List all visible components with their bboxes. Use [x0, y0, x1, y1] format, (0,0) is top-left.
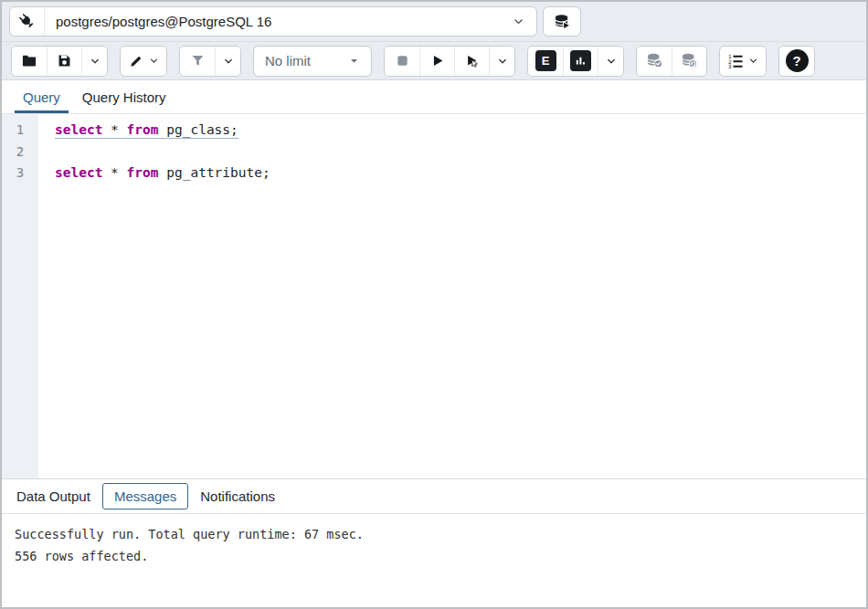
play-icon [429, 52, 446, 69]
line-number: 3 [2, 163, 38, 184]
filter-icon [189, 52, 206, 69]
tab-messages[interactable]: Messages [102, 483, 188, 509]
code-line[interactable]: select * from pg_class; [55, 120, 866, 142]
folder-icon [20, 52, 38, 70]
message-line: 556 rows affected. [15, 545, 853, 567]
svg-text:3: 3 [728, 64, 732, 69]
commit-icon [645, 51, 664, 70]
commit-button[interactable] [637, 47, 672, 76]
explain-analyze-button[interactable] [563, 47, 598, 76]
rollback-button[interactable] [672, 47, 706, 76]
rollback-icon [680, 51, 699, 70]
output-tabbar: Data Output Messages Notifications [2, 479, 866, 514]
tab-query-history[interactable]: Query History [74, 80, 175, 113]
chevron-down-icon [222, 55, 235, 68]
explain-analyze-icon [570, 50, 591, 71]
stop-button[interactable] [385, 47, 419, 76]
line-number-gutter: 123 [2, 114, 38, 478]
save-icon [56, 52, 73, 69]
message-line: Successfully run. Total query runtime: 6… [15, 523, 853, 545]
code-line[interactable]: select * from pg_attribute; [55, 163, 866, 184]
chevron-down-icon [512, 15, 525, 28]
sql-editor[interactable]: 123 select * from pg_class; select * fro… [2, 114, 866, 479]
execute-button[interactable] [419, 47, 454, 76]
macros-button-group: 1 2 3 [719, 46, 767, 77]
play-cursor-icon [463, 52, 481, 69]
macros-dropdown-button[interactable]: 1 2 3 [720, 47, 766, 76]
filter-button[interactable] [180, 47, 215, 76]
database-new-connection-icon [553, 12, 572, 31]
explain-button-group: E [527, 46, 624, 77]
line-number: 1 [2, 120, 38, 142]
code-area[interactable]: select * from pg_class; select * from pg… [38, 114, 866, 478]
file-button-group [11, 46, 108, 77]
chevron-down-icon [605, 55, 618, 68]
help-button[interactable]: ? [779, 47, 814, 76]
stop-icon [394, 52, 411, 69]
row-limit-value: No limit [265, 53, 348, 68]
query-tool-window: postgres/postgres@PostgreSQL 16 [0, 0, 868, 609]
execute-button-group [384, 46, 515, 77]
explain-icon: E [535, 50, 556, 71]
line-number: 2 [2, 142, 38, 163]
edit-button-group [120, 46, 167, 77]
chevron-down-icon [148, 55, 160, 67]
dropdown-arrow-icon [348, 55, 360, 67]
tab-query[interactable]: Query [15, 80, 69, 113]
toolbar: No limit E [2, 42, 866, 80]
help-button-group: ? [778, 46, 815, 77]
explain-button[interactable]: E [528, 47, 563, 76]
connection-selector[interactable]: postgres/postgres@PostgreSQL 16 [9, 6, 537, 37]
save-file-button[interactable] [47, 47, 81, 76]
explain-dropdown-button[interactable] [598, 47, 623, 76]
filter-dropdown-button[interactable] [215, 47, 240, 76]
chevron-down-icon [747, 55, 759, 67]
execute-options-button[interactable] [454, 47, 489, 76]
messages-panel: Successfully run. Total query runtime: 6… [2, 514, 866, 607]
connection-status-icon [10, 7, 45, 36]
transaction-button-group [636, 46, 707, 77]
edit-dropdown-button[interactable] [121, 47, 166, 76]
numbered-list-icon: 1 2 3 [726, 52, 745, 70]
help-icon: ? [786, 49, 809, 72]
code-line[interactable] [55, 142, 866, 163]
new-connection-button[interactable] [543, 6, 581, 37]
filter-button-group [179, 46, 241, 77]
editor-tabbar: Query Query History [2, 80, 866, 114]
connection-label: postgres/postgres@PostgreSQL 16 [45, 14, 512, 29]
connection-bar: postgres/postgres@PostgreSQL 16 [2, 2, 866, 42]
save-dropdown-button[interactable] [81, 47, 107, 76]
tab-notifications[interactable]: Notifications [198, 484, 277, 509]
chevron-down-icon [496, 55, 509, 68]
chevron-down-icon [89, 55, 101, 68]
pencil-icon [128, 52, 145, 69]
open-file-button[interactable] [12, 47, 47, 76]
execute-dropdown-button[interactable] [489, 47, 514, 76]
tab-data-output[interactable]: Data Output [15, 484, 92, 509]
row-limit-select[interactable]: No limit [253, 46, 372, 77]
